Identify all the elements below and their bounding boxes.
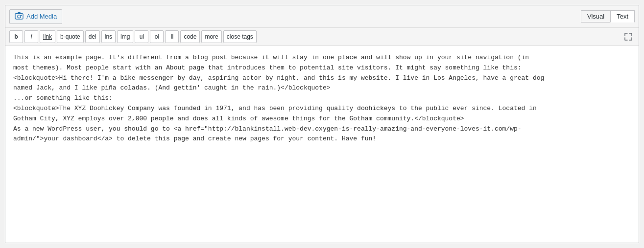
ul-button[interactable]: ul: [135, 30, 148, 43]
toolbar-top: Add Media Visual Text: [5, 5, 639, 28]
li-button[interactable]: li: [165, 30, 179, 43]
editor-textarea[interactable]: This is an example page. It's different …: [5, 46, 639, 232]
svg-rect-2: [21, 15, 22, 16]
view-tabs: Visual Text: [581, 10, 635, 23]
bquote-button[interactable]: b-quote: [57, 30, 84, 43]
add-media-icon: [15, 12, 24, 22]
editor-container: Add Media Visual Text b i link b-quote d…: [5, 5, 639, 243]
tab-visual[interactable]: Visual: [581, 10, 610, 23]
close-tags-button[interactable]: close tags: [223, 30, 257, 43]
fullscreen-button[interactable]: [622, 30, 635, 43]
del-button[interactable]: del: [85, 30, 100, 43]
formatting-toolbar: b i link b-quote del ins img ul ol li co…: [5, 28, 639, 46]
ol-button[interactable]: ol: [150, 30, 164, 43]
tab-text[interactable]: Text: [610, 10, 635, 23]
img-button[interactable]: img: [117, 30, 133, 43]
fullscreen-icon: [624, 33, 632, 41]
ins-button[interactable]: ins: [101, 30, 116, 43]
add-media-label: Add Media: [26, 13, 57, 20]
italic-button[interactable]: i: [24, 30, 38, 43]
more-button[interactable]: more: [201, 30, 221, 43]
bold-button[interactable]: b: [9, 30, 23, 43]
code-button[interactable]: code: [180, 30, 200, 43]
add-media-button[interactable]: Add Media: [9, 9, 62, 24]
svg-point-1: [18, 15, 21, 18]
link-button[interactable]: link: [40, 30, 55, 43]
